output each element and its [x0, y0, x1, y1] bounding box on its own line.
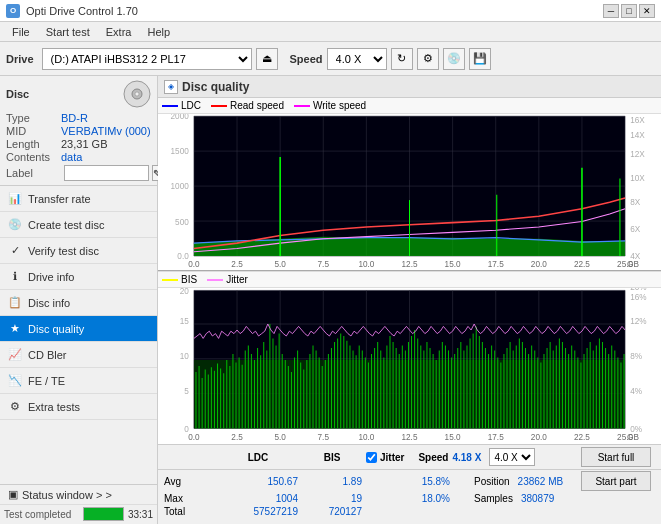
svg-text:15: 15 — [180, 315, 189, 326]
close-button[interactable]: ✕ — [639, 4, 655, 18]
legend-write-speed-label: Write speed — [313, 100, 366, 111]
svg-text:20.0: 20.0 — [531, 432, 547, 443]
lower-chart-svg: 0 5 10 15 20 0% 4% 8% 12% 16% 20% 0.0 — [158, 288, 661, 444]
nav-fe-te[interactable]: 📉 FE / TE — [0, 368, 157, 394]
jitter-avg-value: 15.8% — [370, 476, 450, 487]
disc-type-label: Type — [6, 112, 61, 124]
save-button[interactable]: 💾 — [469, 48, 491, 70]
legend-jitter-label: Jitter — [226, 274, 248, 285]
jitter-column-header: Jitter — [380, 452, 404, 463]
eject-button[interactable]: ⏏ — [256, 48, 278, 70]
legend-bis-label: BIS — [181, 274, 197, 285]
svg-text:15.0: 15.0 — [445, 432, 461, 443]
disc-contents-label: Contents — [6, 151, 61, 163]
svg-text:17.5: 17.5 — [488, 432, 504, 443]
nav-extra-tests-label: Extra tests — [28, 401, 80, 413]
svg-text:20%: 20% — [630, 288, 646, 293]
nav-verify-test-disc[interactable]: ✓ Verify test disc — [0, 238, 157, 264]
menu-start-test[interactable]: Start test — [38, 24, 98, 40]
svg-text:8%: 8% — [630, 350, 642, 361]
svg-text:20: 20 — [180, 288, 189, 296]
legend-bis: BIS — [162, 274, 197, 285]
chart-speed-select[interactable]: 4.0 X — [489, 448, 535, 466]
bottom-stats: LDC BIS Jitter Speed 4.18 X 4.0 X Start … — [158, 444, 661, 524]
menu-bar: File Start test Extra Help — [0, 22, 661, 42]
title-bar-controls: ─ □ ✕ — [603, 4, 655, 18]
bis-total-value: 720127 — [302, 506, 362, 517]
nav-create-test-disc[interactable]: 💿 Create test disc — [0, 212, 157, 238]
svg-text:6X: 6X — [630, 224, 640, 234]
create-test-disc-icon: 💿 — [8, 218, 22, 232]
svg-text:7.5: 7.5 — [318, 259, 330, 269]
menu-file[interactable]: File — [4, 24, 38, 40]
chart-title-icon: ◈ — [164, 80, 178, 94]
svg-rect-67 — [194, 360, 625, 428]
disc-header: Disc — [6, 80, 151, 108]
svg-text:12X: 12X — [630, 149, 645, 159]
disc-length-label: Length — [6, 138, 61, 150]
jitter-color-swatch — [207, 279, 223, 281]
upper-chart-svg: 0.0 500 1000 1500 2000 4X 6X 8X 10X 12X … — [158, 114, 661, 270]
svg-text:16%: 16% — [630, 291, 646, 302]
position-label: Position — [474, 476, 510, 487]
disc-button[interactable]: 💿 — [443, 48, 465, 70]
jitter-check-container: Jitter — [366, 452, 404, 463]
refresh-button[interactable]: ↻ — [391, 48, 413, 70]
app-title: Opti Drive Control 1.70 — [26, 5, 138, 17]
disc-label-input[interactable] — [64, 165, 149, 181]
disc-type-row: Type BD-R — [6, 112, 151, 124]
disc-type-value: BD-R — [61, 112, 88, 124]
legend-ldc: LDC — [162, 100, 201, 111]
nav-transfer-rate-label: Transfer rate — [28, 193, 91, 205]
legend-write-speed: Write speed — [294, 100, 366, 111]
nav-disc-info-label: Disc info — [28, 297, 70, 309]
settings-button[interactable]: ⚙ — [417, 48, 439, 70]
start-part-container: Start part — [581, 471, 655, 491]
nav-cd-bler[interactable]: 📈 CD Bler — [0, 342, 157, 368]
nav-extra-tests[interactable]: ⚙ Extra tests — [0, 394, 157, 420]
nav-fe-te-label: FE / TE — [28, 375, 65, 387]
chart-header: ◈ Disc quality — [158, 76, 661, 98]
ldc-max-value: 1004 — [218, 493, 298, 504]
legend-ldc-label: LDC — [181, 100, 201, 111]
nav-drive-info[interactable]: ℹ Drive info — [0, 264, 157, 290]
svg-text:17.5: 17.5 — [488, 259, 504, 269]
disc-svg-icon — [123, 80, 151, 108]
bis-color-swatch — [162, 279, 178, 281]
nav-disc-quality[interactable]: ★ Disc quality — [0, 316, 157, 342]
disc-info-icon: 📋 — [8, 296, 22, 310]
disc-quality-icon: ★ — [8, 322, 22, 336]
disc-label-row: Label ✎ — [6, 165, 151, 181]
svg-text:4%: 4% — [630, 385, 642, 396]
svg-text:5.0: 5.0 — [274, 259, 286, 269]
svg-text:7.5: 7.5 — [318, 432, 329, 443]
maximize-button[interactable]: □ — [621, 4, 637, 18]
start-full-button[interactable]: Start full — [581, 447, 651, 467]
menu-help[interactable]: Help — [139, 24, 178, 40]
minimize-button[interactable]: ─ — [603, 4, 619, 18]
nav-items: 📊 Transfer rate 💿 Create test disc ✓ Ver… — [0, 186, 157, 484]
nav-transfer-rate[interactable]: 📊 Transfer rate — [0, 186, 157, 212]
status-window-button[interactable]: ▣ Status window > > — [0, 485, 157, 505]
nav-disc-info[interactable]: 📋 Disc info — [0, 290, 157, 316]
jitter-checkbox[interactable] — [366, 452, 377, 463]
svg-text:2.5: 2.5 — [231, 259, 243, 269]
lower-chart: 0 5 10 15 20 0% 4% 8% 12% 16% 20% 0.0 — [158, 288, 661, 444]
svg-text:15.0: 15.0 — [445, 259, 461, 269]
speed-select[interactable]: 4.0 X — [327, 48, 387, 70]
menu-extra[interactable]: Extra — [98, 24, 140, 40]
disc-mid-value: VERBATIMv (000) — [61, 125, 151, 137]
app-icon: O — [6, 4, 20, 18]
start-part-button[interactable]: Start part — [581, 471, 651, 491]
avg-label: Avg — [164, 476, 214, 487]
disc-length-row: Length 23,31 GB — [6, 138, 151, 150]
samples-label: Samples — [474, 493, 513, 504]
samples-value: 380879 — [521, 493, 554, 504]
svg-text:1500: 1500 — [171, 146, 190, 156]
speed-label: Speed — [290, 53, 323, 65]
nav-verify-test-disc-label: Verify test disc — [28, 245, 99, 257]
status-text: Test completed — [4, 509, 79, 520]
disc-section-title: Disc — [6, 88, 29, 100]
svg-text:12.5: 12.5 — [402, 259, 418, 269]
drive-select[interactable]: (D:) ATAPI iHBS312 2 PL17 — [42, 48, 252, 70]
